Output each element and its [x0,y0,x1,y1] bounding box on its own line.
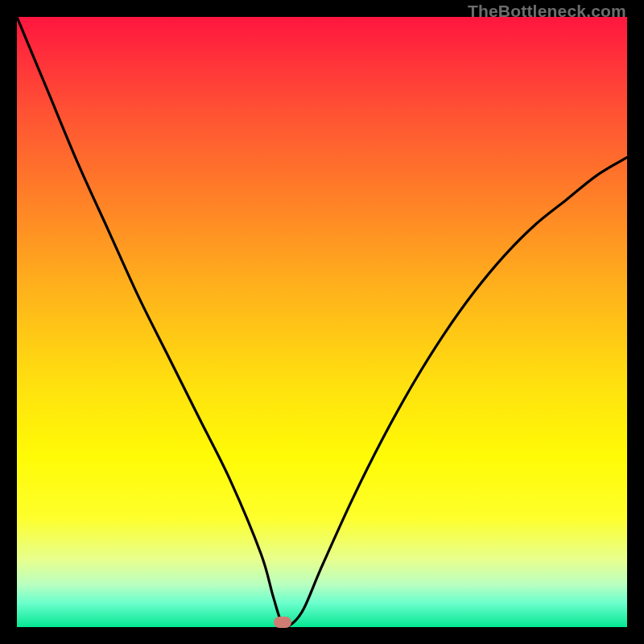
curve-path [17,17,627,627]
bottleneck-curve [17,17,627,627]
chart-frame: TheBottleneck.com [0,0,644,644]
optimum-marker [274,617,291,628]
plot-area [17,17,627,627]
